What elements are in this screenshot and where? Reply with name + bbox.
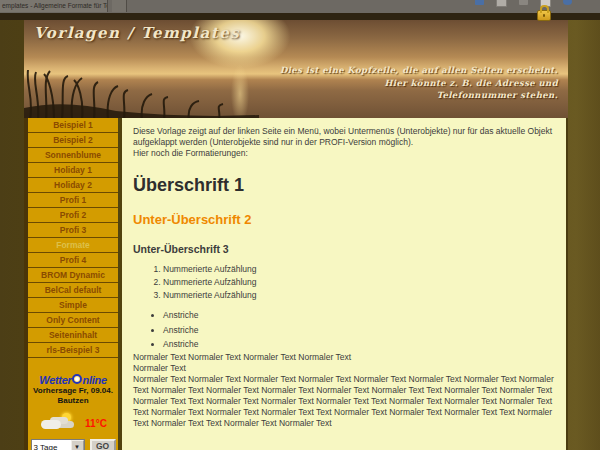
help-icon[interactable]: [563, 0, 572, 5]
sidebar-item-holiday-2[interactable]: Holiday 2: [28, 178, 118, 193]
sidebar-item-simple[interactable]: Simple: [28, 298, 118, 313]
sun-o-icon: [72, 374, 82, 384]
bullet-list: Anstriche Anstriche Anstriche: [133, 308, 554, 352]
sidebar-item-sonnenblume[interactable]: Sonnenblume: [28, 148, 118, 163]
tagline-line: Hier könnte z. B. die Adresse und: [280, 77, 558, 90]
bullet-list-item: Anstriche: [163, 308, 554, 323]
bullet-list-item: Anstriche: [163, 337, 554, 352]
browser-tab[interactable]: emplates - Allgemeine Formate für Texte …: [0, 0, 108, 12]
sidebar-item-profi-3[interactable]: Profi 3: [28, 223, 118, 238]
intro-paragraph: Diese Vorlage zeigt auf der linken Seite…: [133, 126, 554, 148]
bullet-list-item: Anstriche: [163, 323, 554, 338]
chevron-down-icon[interactable]: ▼: [71, 440, 84, 450]
tagline-line: Telefonnummer stehen.: [280, 89, 558, 102]
cloud-icon: [41, 420, 61, 429]
browser-topbar: emplates - Allgemeine Formate für Texte …: [0, 0, 600, 14]
main-content: Diese Vorlage zeigt auf der linken Seite…: [122, 118, 568, 450]
sidebar-item-belcal-default[interactable]: BelCal default: [28, 283, 118, 298]
sidebar-item-rls-beispiel-3[interactable]: rls-Beispiel 3: [28, 343, 118, 358]
sun-icon: [62, 413, 71, 422]
numbered-list-item: Nummerierte Aufzählung: [163, 263, 554, 276]
dune-grass-graphic: [24, 68, 259, 118]
wetteronline-logo-suffix: nline: [83, 374, 107, 386]
numbered-list-item: Nummerierte Aufzählung: [163, 276, 554, 289]
sidebar-item-formate[interactable]: Formate: [28, 238, 118, 253]
wetteronline-logo[interactable]: Wetternline: [28, 374, 118, 386]
mail-icon[interactable]: [519, 0, 528, 5]
numbered-list-item: Nummerierte Aufzählung: [163, 289, 554, 302]
heading-3: Unter-Überschrift 3: [133, 243, 554, 255]
normal-text-line: Normaler Text Normaler Text Normaler Tex…: [133, 352, 351, 362]
header-tagline: Dies ist eine Kopfzeile, die auf allen S…: [280, 64, 558, 102]
sidebar-item-profi-1[interactable]: Profi 1: [28, 193, 118, 208]
long-text-paragraph: Normaler Text Normaler Text Normaler Tex…: [133, 374, 554, 429]
sidebar-menu: Beispiel 1 Beispiel 2 Sonnenblume Holida…: [24, 118, 118, 450]
sidebar-item-beispiel-2[interactable]: Beispiel 2: [28, 133, 118, 148]
forecast-date-label: Vorhersage Fr, 09.04.: [28, 386, 118, 396]
forecast-range-select[interactable]: 3 Tage ▼: [31, 439, 85, 450]
sidebar-item-profi-4[interactable]: Profi 4: [28, 253, 118, 268]
sidebar-item-seiteninhalt[interactable]: Seiteninhalt: [28, 328, 118, 343]
browser-minitab[interactable]: [112, 0, 127, 12]
numbered-list: Nummerierte Aufzählung Nummerierte Aufzä…: [133, 263, 554, 302]
temperature-value: 11°C: [85, 418, 107, 429]
sidebar-item-holiday-1[interactable]: Holiday 1: [28, 163, 118, 178]
tagline-line: Dies ist eine Kopfzeile, die auf allen S…: [280, 64, 558, 77]
sidebar-item-brom-dynamic[interactable]: BROM Dynamic: [28, 268, 118, 283]
heading-1: Überschrift 1: [133, 175, 554, 195]
normal-text-paragraph: Normaler Text Normaler Text Normaler Tex…: [133, 352, 554, 374]
normal-text-line: Normaler Text: [133, 363, 186, 373]
sidebar-item-only-content[interactable]: Only Content: [28, 313, 118, 328]
weather-widget: Wetternline Vorhersage Fr, 09.04. Bautze…: [28, 374, 118, 450]
sidebar-item-profi-2[interactable]: Profi 2: [28, 208, 118, 223]
site-title: Vorlagen / Templates: [34, 24, 240, 42]
browser-toolbar-icons: [475, 0, 572, 7]
weather-go-button[interactable]: GO: [90, 439, 116, 450]
heading-2: Unter-Überschrift 2: [133, 212, 554, 227]
sidebar-item-beispiel-1[interactable]: Beispiel 1: [28, 118, 118, 133]
header-banner: Vorlagen / Templates Dies ist eine Kopfz…: [24, 20, 568, 118]
padlock-icon[interactable]: [537, 10, 551, 21]
wetteronline-logo-prefix: Wetter: [39, 374, 71, 386]
formats-intro-paragraph: Hier noch die Formatierungen:: [133, 148, 554, 159]
partly-cloudy-icon: [39, 413, 75, 433]
forecast-city-label: Bautzen: [28, 396, 118, 406]
print-icon[interactable]: [496, 0, 507, 7]
bookmark-icon[interactable]: [475, 0, 484, 5]
forecast-range-value: 3 Tage: [32, 443, 71, 450]
